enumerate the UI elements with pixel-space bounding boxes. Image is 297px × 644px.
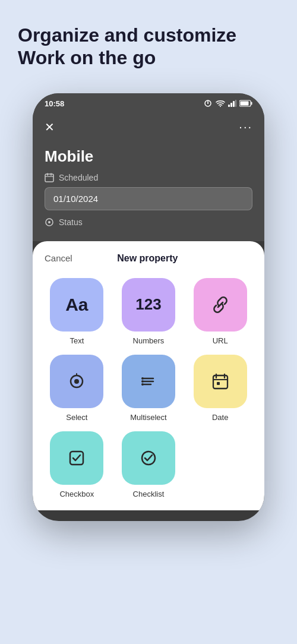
property-checkbox[interactable]: Checkbox xyxy=(45,431,109,498)
svg-rect-9 xyxy=(251,102,252,105)
close-button[interactable]: ✕ xyxy=(45,120,55,134)
multiselect-icon-bg xyxy=(122,355,175,408)
link-icon xyxy=(210,294,231,315)
svg-rect-11 xyxy=(45,174,53,182)
property-multiselect[interactable]: Multiselect xyxy=(116,355,181,422)
checkbox-icon-bg xyxy=(50,431,103,485)
status-label: Status xyxy=(59,217,83,227)
svg-point-16 xyxy=(48,221,50,223)
app-bar: ✕ ··· xyxy=(33,113,264,141)
battery-icon xyxy=(239,100,252,107)
select-icon xyxy=(66,371,87,392)
svg-rect-30 xyxy=(217,382,220,385)
status-icon xyxy=(45,217,54,227)
svg-rect-4 xyxy=(228,105,230,107)
numbers-icon-bg: 123 xyxy=(122,278,175,332)
url-icon-bg xyxy=(194,278,247,332)
svg-rect-7 xyxy=(235,100,236,107)
status-icons xyxy=(203,100,252,107)
text-icon-bg: Aa xyxy=(50,278,103,332)
property-select[interactable]: Select xyxy=(45,355,109,422)
schedule-row: Scheduled xyxy=(45,173,252,182)
checklist-icon-bg xyxy=(122,431,175,485)
phone-wrapper: 10:58 xyxy=(0,81,297,521)
status-row: Status xyxy=(45,217,252,229)
url-label: URL xyxy=(213,336,228,345)
calendar-small-icon xyxy=(45,173,54,182)
select-label: Select xyxy=(66,413,87,422)
svg-point-24 xyxy=(141,380,144,383)
date-icon xyxy=(210,371,231,392)
multiselect-label: Multiselect xyxy=(130,413,166,422)
checkbox-icon xyxy=(66,447,87,469)
date-label: Date xyxy=(212,413,228,422)
date-icon-bg xyxy=(194,355,247,408)
property-checklist[interactable]: Checklist xyxy=(116,431,181,498)
svg-point-18 xyxy=(74,379,79,384)
numbers-label: Numbers xyxy=(133,336,165,345)
checklist-icon xyxy=(138,447,159,469)
wifi-icon xyxy=(216,100,225,107)
more-options-button[interactable]: ··· xyxy=(239,120,252,134)
date-input[interactable]: 01/10/2024 xyxy=(45,187,252,210)
page-title: Organize and customize Work on the go xyxy=(18,24,279,70)
multiselect-icon xyxy=(138,371,159,392)
signal-bars-icon xyxy=(228,100,236,107)
property-text[interactable]: Aa Text xyxy=(45,278,109,345)
bottom-sheet: Cancel New property Aa Text 123 N xyxy=(33,241,264,510)
svg-point-25 xyxy=(141,383,144,386)
svg-rect-10 xyxy=(241,102,249,106)
cancel-button[interactable]: Cancel xyxy=(45,253,72,263)
app-content: Mobile Scheduled 01/10/2024 Status xyxy=(33,141,264,241)
property-url[interactable]: URL xyxy=(188,278,252,345)
signal-icon xyxy=(203,100,213,107)
property-numbers[interactable]: 123 Numbers xyxy=(116,278,181,345)
svg-rect-5 xyxy=(230,103,232,107)
text-aa-label: Aa xyxy=(65,295,88,315)
checkbox-label: Checkbox xyxy=(59,490,94,498)
app-content-title: Mobile xyxy=(45,147,252,166)
svg-rect-6 xyxy=(233,101,235,107)
svg-rect-26 xyxy=(213,375,228,389)
property-grid: Aa Text 123 Numbers xyxy=(45,278,252,498)
phone-mockup: 10:58 xyxy=(33,93,264,521)
checklist-label: Checklist xyxy=(133,490,165,498)
status-bar: 10:58 xyxy=(33,93,264,113)
numbers-123-label: 123 xyxy=(135,295,161,314)
sheet-header: Cancel New property xyxy=(45,253,252,264)
page-header: Organize and customize Work on the go xyxy=(0,0,297,81)
sheet-title: New property xyxy=(117,253,178,264)
schedule-label: Scheduled xyxy=(59,173,98,182)
select-icon-bg xyxy=(50,355,103,408)
svg-point-3 xyxy=(220,106,221,107)
status-time: 10:58 xyxy=(45,99,64,108)
svg-point-23 xyxy=(141,377,144,380)
text-label: Text xyxy=(69,336,84,345)
property-date[interactable]: Date xyxy=(188,355,252,422)
